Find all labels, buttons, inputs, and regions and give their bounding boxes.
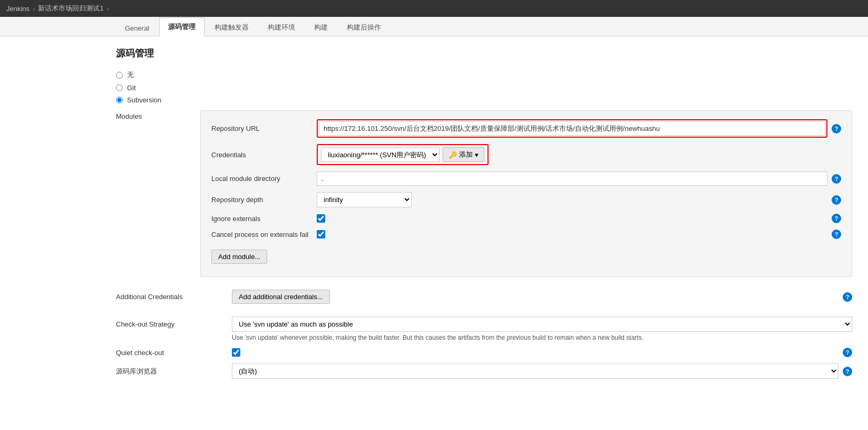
local-dir-row: Local module directory ? (211, 171, 841, 186)
browser-control: (自动) (232, 364, 838, 379)
repo-url-box (317, 119, 827, 138)
quiet-checkout-row: Quiet check-out ? (116, 348, 852, 357)
browser-label: 源码库浏览器 (116, 367, 232, 376)
repo-depth-row: Repository depth infinity empty files im… (211, 192, 841, 207)
quiet-checkout-help-icon[interactable]: ? (843, 348, 852, 357)
tab-post[interactable]: 构建后操作 (338, 18, 390, 36)
repo-url-row: Repository URL ? (211, 119, 841, 138)
separator2: › (107, 5, 109, 13)
browser-help-icon[interactable]: ? (843, 367, 852, 376)
browser-row: 源码库浏览器 (自动) ? (116, 364, 852, 379)
tab-env[interactable]: 构建环境 (259, 18, 304, 36)
modules-wrapper: Modules Repository URL ? Credentials (116, 110, 852, 285)
cancel-process-help-icon[interactable]: ? (832, 230, 841, 239)
credentials-box: liuxiaoning/****** (SVN用户密码) 🔑 添加 ▾ (317, 144, 489, 165)
checkout-strategy-control: Use 'svn update' as much as possible Alw… (232, 317, 852, 332)
add-credentials-button[interactable]: 🔑 添加 ▾ (443, 147, 484, 162)
quiet-checkout-label: Quiet check-out (116, 349, 232, 357)
modules-content: Repository URL ? Credentials liuxi (158, 110, 852, 285)
add-additional-credentials-button[interactable]: Add additional credentials... (232, 290, 330, 304)
add-button-label: 添加 (459, 150, 473, 159)
radio-git-input[interactable] (116, 84, 123, 91)
ignore-externals-control (317, 214, 827, 223)
additional-credentials-help-icon[interactable]: ? (843, 292, 852, 302)
cancel-process-row: Cancel process on externals fail ? (211, 230, 841, 239)
top-bar: Jenkins › 新话术市场回归测试1 › (0, 0, 868, 17)
tab-triggers[interactable]: 构建触发器 (206, 18, 258, 36)
repo-depth-help-icon[interactable]: ? (832, 195, 841, 205)
radio-git[interactable]: Git (116, 84, 852, 92)
radio-none-input[interactable] (116, 72, 123, 79)
main-content: 源码管理 无 Git Subversion Modules Repository… (0, 36, 868, 430)
repo-depth-control: infinity empty files immediates (317, 192, 827, 207)
modules-key: Modules (116, 110, 158, 285)
add-module-wrapper: Add module... (211, 245, 841, 268)
radio-svn[interactable]: Subversion (116, 96, 852, 104)
add-dropdown-arrow: ▾ (475, 151, 479, 159)
repo-depth-select[interactable]: infinity empty files immediates (317, 192, 412, 207)
credentials-label: Credentials (211, 151, 317, 159)
checkout-strategy-row: Check-out Strategy Use 'svn update' as m… (116, 317, 852, 332)
radio-group: 无 Git Subversion (116, 70, 852, 104)
checkout-strategy-label: Check-out Strategy (116, 320, 232, 328)
tab-bar: General 源码管理 构建触发器 构建环境 构建 构建后操作 (0, 17, 868, 36)
additional-credentials-label: Additional Credentials (116, 293, 232, 301)
ignore-externals-row: Ignore externals ? (211, 214, 841, 223)
ignore-externals-help-icon[interactable]: ? (832, 214, 841, 223)
radio-none-label: 无 (127, 70, 134, 80)
browser-select[interactable]: (自动) (232, 364, 838, 379)
radio-svn-input[interactable] (116, 97, 123, 103)
separator1: › (33, 5, 35, 13)
repo-depth-label: Repository depth (211, 196, 317, 204)
radio-svn-label: Subversion (127, 96, 161, 104)
tab-build[interactable]: 构建 (305, 18, 337, 36)
cancel-process-control (317, 230, 827, 238)
form-section: Repository URL ? Credentials liuxi (200, 110, 852, 277)
checkout-strategy-description: Use 'svn update' whenever possible, maki… (232, 334, 852, 341)
credentials-control: liuxiaoning/****** (SVN用户密码) 🔑 添加 ▾ (317, 144, 841, 165)
ignore-externals-label: Ignore externals (211, 215, 317, 223)
radio-none[interactable]: 无 (116, 70, 852, 80)
credentials-row: Credentials liuxiaoning/****** (SVN用户密码)… (211, 144, 841, 165)
add-key-icon: 🔑 (448, 151, 457, 159)
modules-label: Modules (116, 112, 142, 120)
tab-general[interactable]: General (116, 20, 158, 36)
jenkins-link[interactable]: Jenkins (6, 5, 30, 13)
repo-url-label: Repository URL (211, 125, 317, 132)
local-dir-input[interactable] (317, 171, 827, 186)
repo-url-control (317, 119, 827, 138)
section-title: 源码管理 (116, 47, 852, 60)
quiet-checkout-control (232, 348, 838, 357)
quiet-checkout-checkbox[interactable] (232, 348, 240, 357)
radio-git-label: Git (127, 84, 136, 92)
cancel-process-label: Cancel process on externals fail (211, 231, 317, 238)
repo-url-input[interactable] (319, 121, 825, 136)
additional-credentials-row: Additional Credentials Add additional cr… (116, 285, 852, 308)
local-dir-label: Local module directory (211, 175, 317, 183)
credentials-select[interactable]: liuxiaoning/****** (SVN用户密码) (321, 148, 440, 162)
additional-credentials-control: Add additional credentials... (232, 285, 838, 308)
checkout-strategy-select[interactable]: Use 'svn update' as much as possible Alw… (232, 317, 852, 332)
local-dir-control (317, 171, 827, 186)
repo-url-help-icon[interactable]: ? (832, 124, 841, 133)
local-dir-help-icon[interactable]: ? (832, 174, 841, 184)
project-link[interactable]: 新话术市场回归测试1 (38, 4, 103, 13)
cancel-process-checkbox[interactable] (317, 230, 325, 238)
ignore-externals-checkbox[interactable] (317, 214, 325, 223)
tab-source[interactable]: 源码管理 (159, 17, 204, 36)
add-module-button[interactable]: Add module... (211, 250, 267, 264)
